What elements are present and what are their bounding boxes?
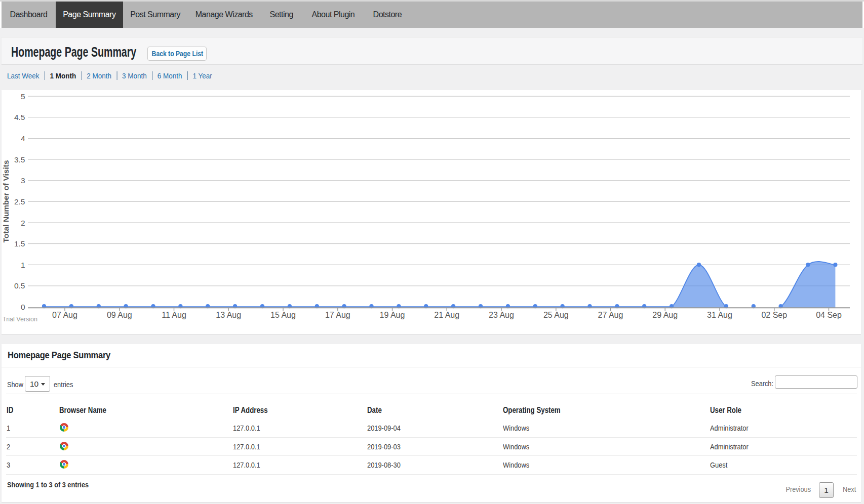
svg-text:31 Aug: 31 Aug — [707, 311, 732, 319]
svg-text:4: 4 — [21, 134, 25, 143]
svg-text:2: 2 — [21, 219, 25, 227]
svg-text:19 Aug: 19 Aug — [380, 311, 405, 319]
svg-text:27 Aug: 27 Aug — [598, 311, 623, 319]
svg-text:04 Sep: 04 Sep — [816, 311, 842, 319]
svg-text:23 Aug: 23 Aug — [489, 311, 514, 319]
svg-text:1: 1 — [21, 261, 25, 269]
svg-text:0: 0 — [21, 303, 25, 311]
svg-text:09 Aug: 09 Aug — [107, 311, 132, 319]
svg-text:13 Aug: 13 Aug — [216, 311, 241, 319]
svg-text:2.5: 2.5 — [14, 197, 25, 206]
svg-text:25 Aug: 25 Aug — [543, 311, 569, 319]
svg-text:3.5: 3.5 — [14, 155, 25, 164]
svg-text:0.5: 0.5 — [14, 281, 25, 290]
svg-text:11 Aug: 11 Aug — [162, 311, 186, 319]
svg-text:21 Aug: 21 Aug — [434, 311, 459, 319]
svg-text:29 Aug: 29 Aug — [652, 311, 678, 319]
svg-text:17 Aug: 17 Aug — [325, 311, 350, 319]
svg-text:15 Aug: 15 Aug — [270, 311, 296, 319]
svg-text:Total Number of Visits: Total Number of Visits — [2, 160, 10, 242]
svg-text:07 Aug: 07 Aug — [52, 311, 77, 319]
svg-text:02 Sep: 02 Sep — [761, 311, 787, 319]
svg-text:3: 3 — [21, 176, 25, 185]
svg-text:Trial Version: Trial Version — [3, 316, 37, 323]
svg-text:5: 5 — [21, 92, 25, 101]
svg-text:4.5: 4.5 — [14, 113, 25, 121]
svg-text:1.5: 1.5 — [14, 239, 25, 248]
